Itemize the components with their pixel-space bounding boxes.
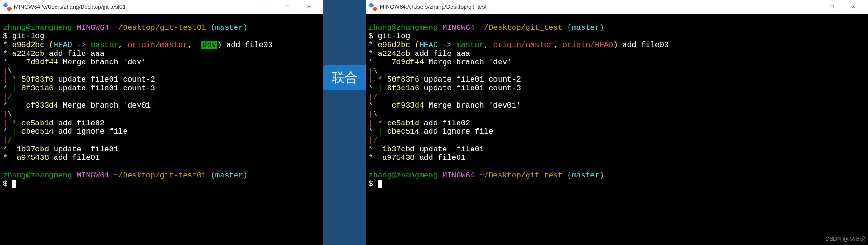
titlebar-right[interactable]: MINGW64:/c/Users/zhang/Desktop/git_test … (366, 0, 868, 14)
close-button[interactable]: ✕ (843, 0, 864, 14)
terminal-right[interactable]: zhang@zhangmeng MINGW64 ~/Desktop/git_te… (366, 14, 868, 245)
git-bash-icon (369, 3, 377, 11)
window-controls-right: — ☐ ✕ (800, 0, 864, 14)
minimize-button[interactable]: — (800, 0, 821, 14)
separator-gap (323, 0, 366, 245)
terminal-left[interactable]: zhang@zhangmeng MINGW64 ~/Desktop/git-te… (0, 14, 323, 245)
window-title-left: MINGW64:/c/Users/zhang/Desktop/git-test0… (14, 4, 255, 10)
watermark: CSDN @塞班呢 (825, 235, 865, 243)
window-title-right: MINGW64:/c/Users/zhang/Desktop/git_test (380, 4, 800, 10)
maximize-button[interactable]: ☐ (821, 0, 843, 14)
union-badge: 联合 (323, 65, 366, 90)
window-right: MINGW64:/c/Users/zhang/Desktop/git_test … (366, 0, 868, 245)
git-bash-icon (4, 3, 11, 11)
window-controls-left: — ☐ ✕ (255, 0, 319, 14)
titlebar-left[interactable]: MINGW64:/c/Users/zhang/Desktop/git-test0… (0, 0, 323, 14)
maximize-button[interactable]: ☐ (277, 0, 298, 14)
close-button[interactable]: ✕ (298, 0, 319, 14)
minimize-button[interactable]: — (255, 0, 277, 14)
window-left: MINGW64:/c/Users/zhang/Desktop/git-test0… (0, 0, 323, 245)
